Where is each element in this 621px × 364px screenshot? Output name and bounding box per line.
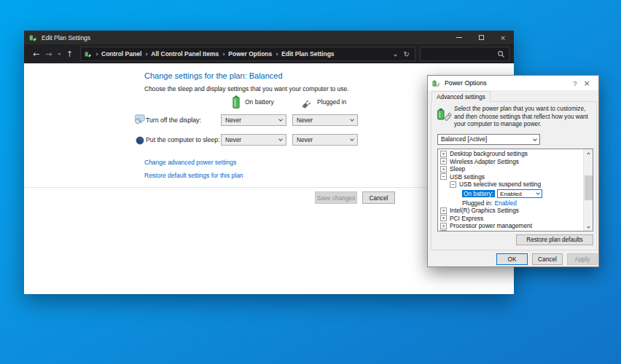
breadcrumb-item-all-control-panel-items[interactable]: All Control Panel Items [151, 50, 219, 58]
battery-icon [233, 95, 240, 111]
address-bar[interactable]: Control Panel All Control Panel Items Po… [80, 47, 415, 61]
breadcrumb-separator-icon [95, 53, 98, 55]
help-button[interactable]: ? [569, 79, 581, 87]
chevron-down-icon [278, 117, 283, 122]
expand-icon[interactable]: + [440, 230, 447, 232]
dialog-title: Power Options [445, 79, 569, 87]
tree-item-plugged-in[interactable]: Plugged in: Enabled [438, 199, 583, 207]
navigation-toolbar: ← → ↑ Control Panel All Control Panel It… [24, 44, 514, 63]
scroll-up-icon[interactable] [584, 149, 593, 157]
tab-advanced-settings[interactable]: Advanced settings [431, 91, 491, 102]
dialog-close-button[interactable]: × [581, 79, 593, 88]
advanced-settings-page: Select the power plan that you want to c… [431, 101, 597, 250]
sleep-plugged-in-select[interactable]: Never [292, 134, 358, 146]
cancel-button[interactable]: Cancel [362, 191, 395, 204]
breadcrumb-item-power-options[interactable]: Power Options [228, 50, 272, 58]
chevron-down-icon [394, 53, 397, 56]
up-button[interactable]: ↑ [63, 50, 76, 58]
back-button[interactable]: ← [30, 50, 42, 58]
page-subtitle: Choose the sleep and display settings th… [144, 85, 349, 92]
select-value: Never [297, 116, 313, 124]
recent-pages-chevron[interactable] [55, 52, 63, 55]
restore-default-settings-link[interactable]: Restore default settings for this plan [144, 172, 243, 179]
expand-icon[interactable]: + [440, 166, 447, 173]
advanced-settings-tree: + Desktop background settings + Wireless… [437, 149, 593, 232]
select-value: Enabled [500, 191, 522, 197]
tree-scrollbar[interactable] [583, 149, 593, 231]
close-button[interactable]: × [492, 31, 514, 44]
dialog-titlebar[interactable]: Power Options ? × [428, 76, 598, 90]
chevron-down-icon [350, 117, 354, 122]
display-plugged-in-select[interactable]: Never [292, 114, 358, 126]
dialog-description: Select the power plan that you want to c… [454, 106, 593, 129]
tree-item-label: Intel(R) Graphics Settings [450, 207, 519, 214]
expand-icon[interactable]: + [440, 151, 447, 157]
tree-item-wireless-adapter[interactable]: + Wireless Adapter Settings [438, 158, 583, 166]
address-dropdown-chevron[interactable] [394, 50, 397, 58]
display-on-battery-select[interactable]: Never [221, 114, 286, 126]
collapse-icon[interactable]: − [450, 181, 456, 188]
tree-item-usb-settings[interactable]: − USB settings [438, 173, 583, 181]
search-input[interactable] [424, 50, 497, 58]
expand-icon[interactable]: + [440, 207, 447, 214]
search-box[interactable] [420, 47, 509, 61]
expand-icon[interactable]: + [440, 158, 447, 165]
turn-off-display-label: Turn off the display: [146, 116, 201, 124]
plugged-in-value[interactable]: Enabled [495, 199, 517, 207]
tree-item-label: On battery: [462, 190, 495, 197]
change-advanced-power-settings-link[interactable]: Change advanced power settings [144, 159, 236, 166]
maximize-icon [479, 35, 484, 40]
on-battery-column-header: On battery [245, 98, 274, 106]
apply-button[interactable]: Apply [567, 253, 598, 265]
tree-item-label: Wireless Adapter Settings [450, 158, 519, 165]
tree-item-label: USB selective suspend setting [459, 181, 541, 188]
chevron-down-icon [278, 137, 283, 141]
scroll-down-icon[interactable] [584, 223, 593, 231]
desktop-background: Edit Plan Settings × ← → ↑ Control Panel… [0, 0, 621, 364]
dialog-cancel-button[interactable]: Cancel [532, 253, 563, 265]
tree-item-display[interactable]: + Display [438, 230, 583, 232]
tree-item-sleep[interactable]: + Sleep [438, 165, 583, 173]
page-title: Change settings for the plan: Balanced [144, 71, 283, 80]
breadcrumb-item-control-panel[interactable]: Control Panel [101, 50, 141, 58]
power-plan-icon [85, 50, 92, 58]
on-battery-value-select[interactable]: Enabled [497, 189, 542, 198]
sleep-on-battery-select[interactable]: Never [221, 134, 286, 146]
tree-item-label: Sleep [450, 165, 465, 173]
sleep-label: Put the computer to sleep: [146, 136, 219, 143]
restore-plan-defaults-button[interactable]: Restore plan defaults [516, 234, 593, 245]
power-options-dialog: Power Options ? × Advanced settings Sele… [427, 75, 599, 267]
display-icon [135, 114, 145, 127]
ok-button[interactable]: OK [496, 253, 528, 265]
tree-item-on-battery[interactable]: On battery: Enabled [438, 189, 583, 199]
power-plan-icon [432, 79, 440, 87]
power-plan-icon [29, 33, 37, 41]
tree-item-label: Display [450, 230, 469, 232]
tree-item-label: Processor power management [450, 222, 532, 229]
power-plan-select[interactable]: Balanced [Active] [437, 134, 540, 145]
window-titlebar[interactable]: Edit Plan Settings × [24, 31, 514, 44]
select-value: Never [225, 116, 241, 124]
maximize-button[interactable] [470, 31, 492, 44]
tree-item-intel-graphics[interactable]: + Intel(R) Graphics Settings [438, 207, 583, 215]
select-value: Balanced [Active] [441, 136, 487, 143]
tree-item-desktop-background[interactable]: + Desktop background settings [438, 150, 583, 158]
tree-item-usb-selective-suspend[interactable]: − USB selective suspend setting [438, 181, 583, 189]
sleep-moon-icon [136, 135, 144, 148]
chevron-down-icon [350, 137, 354, 141]
tree-item-processor-power[interactable]: + Processor power management [438, 222, 583, 230]
breadcrumb-item-edit-plan-settings[interactable]: Edit Plan Settings [281, 50, 334, 58]
refresh-icon[interactable]: ↻ [404, 50, 410, 58]
save-changes-button[interactable]: Save changes [315, 191, 357, 204]
forward-button[interactable]: → [42, 50, 55, 58]
tree-item-label: PCI Express [450, 215, 483, 222]
expand-icon[interactable]: + [440, 215, 447, 221]
scrollbar-thumb[interactable] [585, 175, 593, 200]
tree-item-pci-express[interactable]: + PCI Express [438, 215, 583, 223]
minimize-button[interactable] [448, 31, 470, 44]
chevron-down-icon [533, 137, 537, 141]
breadcrumb-separator-icon [222, 53, 224, 55]
expand-icon[interactable]: + [440, 223, 447, 229]
collapse-icon[interactable]: − [440, 173, 447, 180]
chevron-down-icon [58, 52, 60, 55]
